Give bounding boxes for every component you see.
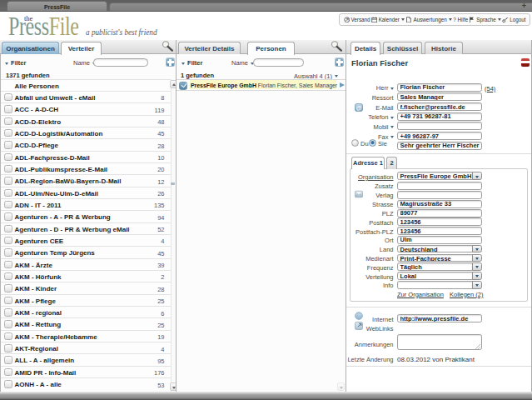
- svg-text:@: @: [355, 104, 361, 110]
